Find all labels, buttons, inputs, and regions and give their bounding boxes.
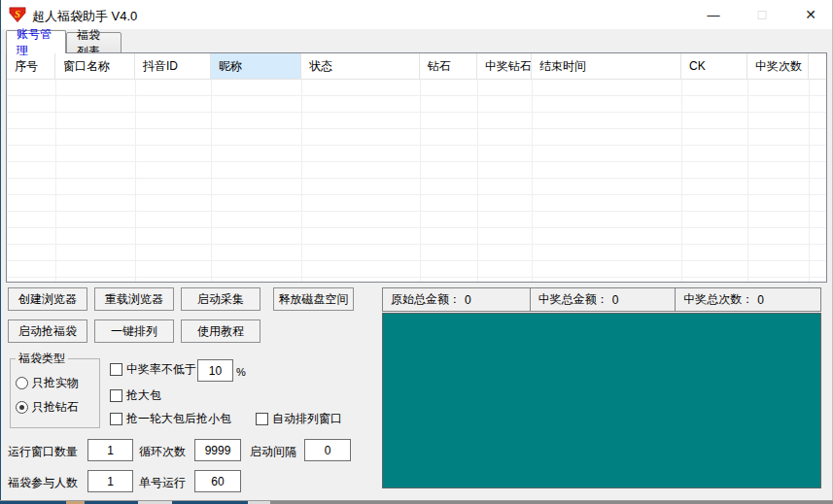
- stat-win-total-count: 中奖总次数： 0: [675, 287, 821, 312]
- grid-line: [809, 80, 810, 282]
- stat-label: 中奖总次数：: [683, 291, 753, 308]
- tab-luckybag-list[interactable]: 福袋列表: [66, 32, 121, 54]
- radio-icon: [16, 401, 28, 414]
- account-table: 序号 窗口名称 抖音ID 昵称 状态 钻石 中奖钻石 结束时间 CK 中奖次数: [6, 52, 827, 283]
- col-header-diamond[interactable]: 钻石: [420, 53, 477, 79]
- tab-account-management[interactable]: 账号管理: [6, 30, 66, 53]
- display-panel: [382, 313, 821, 488]
- grid-line: [420, 80, 421, 282]
- loop-count-label: 循环次数: [139, 444, 186, 460]
- grid-line: [681, 80, 682, 282]
- stat-value: 0: [757, 293, 764, 307]
- col-header-douyin-id[interactable]: 抖音ID: [135, 53, 211, 79]
- grid-line: [477, 80, 478, 282]
- start-interval-input[interactable]: [304, 439, 351, 461]
- checkbox-label: 抢一轮大包后抢小包: [126, 411, 231, 427]
- col-header-win-count[interactable]: 中奖次数: [747, 53, 809, 79]
- title-bar: S 超人福袋助手 V4.0 — □ ✕: [1, 0, 832, 29]
- window-count-input[interactable]: [87, 439, 133, 461]
- radio-icon: [16, 377, 28, 389]
- grid-line: [55, 80, 56, 282]
- stats-bar: 原始总金额： 0 中奖总金额： 0 中奖总次数： 0: [382, 287, 821, 312]
- minimize-button[interactable]: —: [691, 0, 736, 29]
- one-key-arrange-button[interactable]: 一键排列: [94, 319, 174, 343]
- single-run-label: 单号运行: [139, 475, 186, 491]
- grid-line: [532, 80, 533, 282]
- start-collect-button[interactable]: 启动采集: [181, 287, 260, 311]
- col-header-spacer: [809, 53, 826, 79]
- col-header-end-time[interactable]: 结束时间: [532, 53, 681, 79]
- stat-original-total: 原始总金额： 0: [382, 287, 531, 312]
- col-header-status[interactable]: 状态: [301, 53, 420, 79]
- radio-label: 只抢实物: [32, 375, 79, 391]
- stat-value: 0: [465, 293, 471, 307]
- checkbox-icon: [110, 413, 122, 425]
- stat-value: 0: [612, 293, 619, 307]
- win-rate-input[interactable]: [197, 359, 233, 382]
- checkbox-icon: [256, 413, 268, 425]
- radio-only-physical[interactable]: 只抢实物: [16, 375, 79, 391]
- checkbox-label: 自动排列窗口: [272, 411, 342, 427]
- col-header-window[interactable]: 窗口名称: [55, 53, 135, 79]
- col-header-win-diamond[interactable]: 中奖钻石: [477, 53, 532, 79]
- svg-text:S: S: [15, 8, 20, 19]
- app-logo-icon: S: [9, 6, 26, 23]
- start-grab-button[interactable]: 启动抢福袋: [8, 319, 87, 343]
- loop-count-input[interactable]: [194, 439, 241, 461]
- radio-only-diamond[interactable]: 只抢钻石: [16, 399, 79, 416]
- checkbox-icon: [110, 389, 122, 402]
- tab-label: 账号管理: [17, 26, 55, 59]
- stat-label: 中奖总金额：: [538, 291, 608, 308]
- checkbox-label: 中奖率不低于: [126, 361, 196, 378]
- table-body-empty: [7, 80, 826, 282]
- grid-line: [747, 80, 748, 282]
- checkbox-grab-big[interactable]: 抢大包: [110, 387, 161, 404]
- col-header-ck[interactable]: CK: [681, 53, 747, 79]
- reload-browser-button[interactable]: 重载浏览器: [94, 287, 174, 311]
- free-disk-space-button[interactable]: 释放磁盘空间: [273, 287, 354, 311]
- participants-label: 福袋参与人数: [8, 475, 78, 491]
- checkbox-win-rate[interactable]: 中奖率不低于: [110, 361, 196, 378]
- stat-win-total-amount: 中奖总金额： 0: [530, 287, 677, 312]
- single-run-input[interactable]: [194, 470, 241, 492]
- window-title: 超人福袋助手 V4.0: [32, 8, 137, 25]
- app-window: S 超人福袋助手 V4.0 — □ ✕ 账号管理 福袋列表 序号 窗口名称 抖音…: [0, 0, 833, 504]
- grid-line: [211, 80, 212, 282]
- bag-type-groupbox: 福袋类型 只抢实物 只抢钻石: [10, 358, 100, 428]
- checkbox-auto-arrange[interactable]: 自动排列窗口: [256, 411, 342, 427]
- create-browser-button[interactable]: 创建浏览器: [8, 287, 87, 311]
- start-interval-label: 启动间隔: [250, 444, 296, 460]
- checkbox-small-after-big[interactable]: 抢一轮大包后抢小包: [110, 411, 231, 427]
- groupbox-title: 福袋类型: [16, 351, 68, 367]
- tutorial-button[interactable]: 使用教程: [181, 319, 260, 343]
- radio-label: 只抢钻石: [32, 399, 79, 416]
- grid-line: [301, 80, 302, 282]
- participants-input[interactable]: [87, 470, 133, 492]
- percent-suffix: %: [236, 366, 246, 378]
- grid-line: [135, 80, 136, 282]
- checkbox-icon: [110, 363, 122, 376]
- table-header-row: 序号 窗口名称 抖音ID 昵称 状态 钻石 中奖钻石 结束时间 CK 中奖次数: [7, 53, 826, 80]
- window-border-left: [0, 0, 1, 501]
- close-button[interactable]: ✕: [788, 0, 833, 29]
- col-header-nickname[interactable]: 昵称: [211, 53, 301, 79]
- window-count-label: 运行窗口数量: [8, 444, 78, 460]
- maximize-button[interactable]: □: [740, 0, 784, 29]
- stat-label: 原始总金额：: [391, 291, 461, 308]
- checkbox-label: 抢大包: [126, 387, 161, 404]
